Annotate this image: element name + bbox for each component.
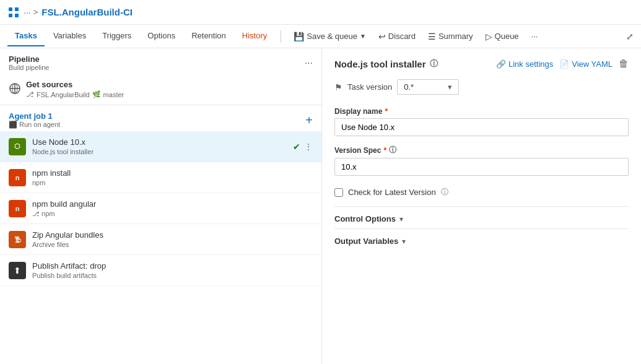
agent-job-header: Agent job 1 ⬛ Run on agent + (0, 105, 321, 131)
check-latest-checkbox[interactable] (334, 188, 343, 197)
tab-variables[interactable]: Variables (46, 26, 94, 46)
save-queue-button[interactable]: 💾 Save & queue ▼ (289, 29, 371, 44)
view-yaml-button[interactable]: 📄 View YAML (559, 59, 613, 69)
queue-icon: ▷ (486, 32, 492, 41)
agent-job-info: Agent job 1 ⬛ Run on agent (9, 111, 60, 129)
pipeline-subtitle: Build pipeline (9, 64, 49, 71)
output-variables-section[interactable]: Output Variables ▾ (334, 228, 629, 251)
repo-name: FSL.AngularBuild (37, 91, 90, 98)
display-name-field: Display name * (334, 107, 629, 136)
repo-icon: ⎇ (26, 90, 34, 98)
task-sub: npm (32, 179, 313, 186)
version-spec-input[interactable] (334, 158, 629, 176)
chevron-down-icon: ▾ (448, 82, 452, 92)
delete-button[interactable]: 🗑 (619, 58, 629, 69)
flag-icon: ⚑ (334, 82, 342, 92)
agent-job-title: Agent job 1 (9, 111, 60, 121)
task-icon-npm: n (9, 169, 26, 186)
task-item[interactable]: n npm build angular ⎇ npm (0, 193, 321, 224)
more-options-button[interactable]: ··· (526, 29, 543, 43)
display-name-input[interactable] (334, 118, 629, 136)
get-sources-row[interactable]: Get sources ⎇ FSL.AngularBuild 🌿 master (0, 74, 321, 105)
task-name: npm install (32, 168, 313, 178)
task-info: npm install npm (32, 168, 313, 186)
task-item[interactable]: 🗜 Zip Angular bundles Archive files (0, 224, 321, 255)
version-value: 0.* (404, 82, 444, 92)
task-name: Publish Artifact: drop (32, 261, 313, 271)
check-latest-label: Check for Latest Version (348, 188, 436, 197)
task-info: npm build angular ⎇ npm (32, 199, 313, 217)
task-name: Zip Angular bundles (32, 230, 313, 240)
task-check-icon: ✔ (293, 142, 300, 152)
task-info: Publish Artifact: drop Publish build art… (32, 261, 313, 279)
task-item[interactable]: n npm install npm (0, 162, 321, 193)
task-icon-npm2: n (9, 200, 26, 217)
display-name-label: Display name * (334, 107, 629, 116)
control-options-title: Control Options (334, 214, 396, 223)
tab-triggers[interactable]: Triggers (95, 26, 139, 46)
pipeline-header: Pipeline Build pipeline ··· (0, 48, 321, 74)
summary-icon: ☰ (428, 32, 436, 41)
tab-options[interactable]: Options (140, 26, 183, 46)
main-content: Pipeline Build pipeline ··· Get sources … (0, 48, 641, 364)
required-marker2: * (383, 146, 386, 155)
svg-rect-1 (15, 7, 19, 11)
right-title: Node.js tool installer ⓘ (334, 58, 438, 69)
task-more-button[interactable]: ⋮ (304, 142, 313, 152)
discard-icon: ↩ (378, 32, 386, 41)
expand-button[interactable]: ⤢ (626, 32, 634, 41)
info-icon[interactable]: ⓘ (430, 58, 438, 69)
task-name: npm build angular (32, 199, 313, 209)
task-version-row: ⚑ Task version 0.* ▾ (334, 79, 629, 95)
get-sources-meta: ⎇ FSL.AngularBuild 🌿 master (26, 90, 124, 98)
queue-button[interactable]: ▷ Queue (481, 29, 524, 44)
task-sub: ⎇ npm (32, 210, 313, 217)
sub-icon: ⎇ (32, 210, 40, 217)
add-task-button[interactable]: + (305, 113, 313, 128)
link-settings-button[interactable]: 🔗 Link settings (496, 59, 553, 69)
discard-button[interactable]: ↩ Discard (373, 29, 421, 44)
pipeline-name: Pipeline (9, 54, 49, 64)
summary-button[interactable]: ☰ Summary (423, 29, 478, 44)
get-sources-title: Get sources (26, 80, 124, 89)
right-header: Node.js tool installer ⓘ 🔗 Link settings… (334, 58, 629, 69)
agent-job-subtitle: ⬛ Run on agent (9, 121, 60, 129)
task-item[interactable]: ⬆ Publish Artifact: drop Publish build a… (0, 255, 321, 286)
check-latest-info-icon[interactable]: ⓘ (441, 187, 448, 197)
task-item[interactable]: ⬡ Use Node 10.x Node.js tool installer ✔… (0, 131, 321, 162)
link-icon: 🔗 (496, 59, 506, 69)
branch-icon: 🌿 (92, 90, 101, 98)
breadcrumb-ellipsis[interactable]: ··· (24, 7, 31, 17)
required-marker: * (385, 107, 388, 116)
control-options-section[interactable]: Control Options ▾ (334, 206, 629, 228)
task-version-label: Task version (347, 82, 392, 92)
task-version-select[interactable]: 0.* ▾ (397, 79, 459, 95)
right-action-buttons: 🔗 Link settings 📄 View YAML 🗑 (496, 58, 629, 69)
task-icon-node: ⬡ (9, 138, 26, 155)
task-list: ⬡ Use Node 10.x Node.js tool installer ✔… (0, 131, 321, 364)
yaml-icon: 📄 (559, 59, 569, 69)
pipeline-title: FSL.AngularBuild-CI (41, 7, 133, 17)
pipeline-more-button[interactable]: ··· (305, 58, 313, 69)
task-sub: Node.js tool installer (32, 148, 293, 155)
task-info: Zip Angular bundles Archive files (32, 230, 313, 248)
agent-icon: ⬛ (9, 121, 17, 128)
publish-logo: ⬆ (14, 266, 21, 275)
pipeline-icon (7, 6, 20, 19)
nav-tabs: Tasks Variables Triggers Options Retenti… (0, 25, 641, 48)
npm-logo2: n (15, 205, 20, 212)
task-sub: Publish build artifacts (32, 272, 313, 279)
svg-rect-2 (9, 14, 12, 17)
task-sub: Archive files (32, 241, 313, 248)
tab-tasks[interactable]: Tasks (7, 26, 45, 46)
version-spec-label: Version Spec * ⓘ (334, 145, 629, 155)
top-bar: ··· > FSL.AngularBuild-CI (0, 0, 641, 25)
svg-rect-0 (9, 7, 12, 11)
npm-logo: n (15, 174, 20, 181)
zip-logo: 🗜 (14, 236, 21, 243)
version-spec-info-icon[interactable]: ⓘ (389, 145, 396, 155)
tab-history[interactable]: History (235, 26, 274, 46)
tab-retention[interactable]: Retention (184, 26, 233, 46)
check-latest-row: Check for Latest Version ⓘ (334, 184, 629, 197)
task-info: Use Node 10.x Node.js tool installer (32, 137, 293, 155)
